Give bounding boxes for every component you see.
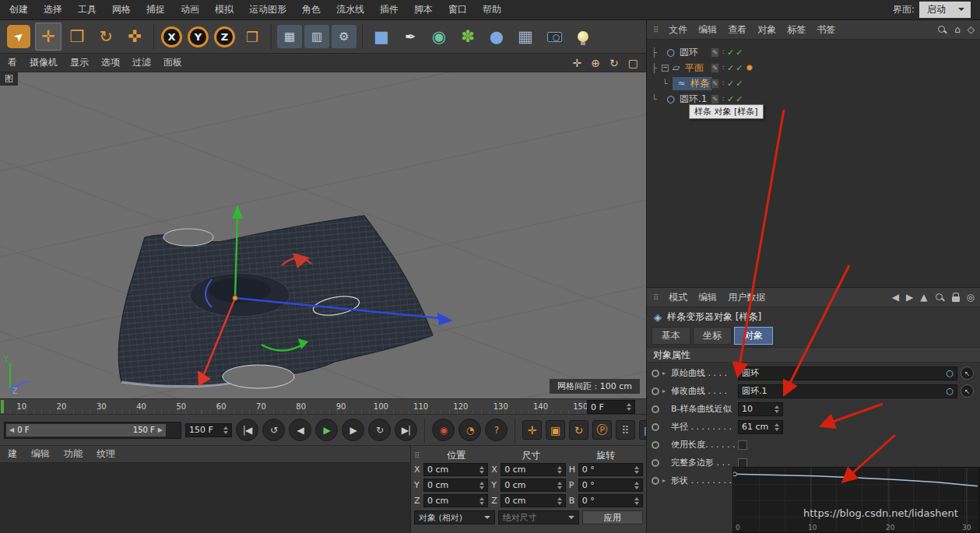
add-cube-icon[interactable]: ■ bbox=[368, 23, 395, 51]
material-tag-icon[interactable] bbox=[746, 65, 753, 71]
filter-scale-button[interactable]: ▣ bbox=[546, 420, 565, 440]
keyframe-circle-icon[interactable] bbox=[652, 370, 659, 377]
visibility-dots-icon[interactable]: ∶ bbox=[721, 79, 725, 87]
timeline-ruler[interactable]: 102030405060708090100110120130140150 0 F bbox=[0, 398, 646, 415]
layer-toggle-icon[interactable]: ✎ bbox=[711, 63, 719, 73]
layer-toggle-icon[interactable]: ✎ bbox=[711, 94, 719, 104]
rotation-b-field[interactable]: 0 ° bbox=[578, 494, 643, 507]
layer-toggle-icon[interactable]: ✎ bbox=[711, 47, 719, 58]
goto-end-button[interactable]: ▶| bbox=[395, 419, 417, 441]
enabled-check-icon[interactable]: ✓ bbox=[727, 79, 734, 89]
enabled-check-icon[interactable]: ✓ bbox=[727, 94, 734, 104]
menu-item[interactable]: 脚本 bbox=[414, 3, 433, 16]
current-frame-field[interactable]: 0 F bbox=[587, 400, 635, 414]
use-length-checkbox[interactable] bbox=[738, 440, 747, 450]
tab-basic[interactable]: 基本 bbox=[652, 327, 690, 345]
next-frame-button[interactable]: ▶ bbox=[342, 419, 364, 441]
keyframe-circle-icon[interactable] bbox=[652, 459, 659, 467]
menu-item[interactable]: 模拟 bbox=[215, 3, 234, 16]
x-axis-lock-button[interactable]: X bbox=[161, 26, 182, 47]
expander-icon[interactable]: ▸ bbox=[662, 477, 668, 484]
play-reverse-button[interactable]: ↺ bbox=[262, 419, 285, 441]
array-icon[interactable]: ▦ bbox=[512, 23, 539, 51]
coord-mode-dropdown[interactable]: 对象 (相对) bbox=[414, 510, 495, 524]
visibility-dots-icon[interactable]: ∶ bbox=[721, 95, 725, 103]
viewport-menu-item[interactable]: 显示 bbox=[70, 56, 89, 69]
attribute-menu-item[interactable]: 模式 bbox=[669, 291, 687, 304]
size-y-field[interactable]: 0 cm bbox=[501, 479, 565, 492]
object-manager-menu-item[interactable]: 书签 bbox=[817, 23, 835, 37]
object-manager-menu-item[interactable]: 对象 bbox=[757, 23, 776, 37]
keyframe-circle-icon[interactable] bbox=[652, 405, 659, 413]
filter-parameter-button[interactable]: Ⓟ bbox=[592, 420, 612, 440]
object-picker-icon[interactable]: ↖ bbox=[961, 366, 974, 380]
apply-button[interactable]: 应用 bbox=[582, 510, 643, 524]
scale-tool-icon[interactable]: ❒ bbox=[64, 23, 90, 51]
bookmark-icon[interactable]: ◇ bbox=[968, 24, 975, 35]
position-z-field[interactable]: 0 cm bbox=[423, 494, 488, 507]
rotation-h-field[interactable]: 0 ° bbox=[578, 463, 643, 476]
stepper-icon[interactable] bbox=[223, 424, 228, 437]
origin-curve-field[interactable]: 圆环○ bbox=[738, 366, 957, 380]
tab-object[interactable]: 对象 bbox=[734, 327, 773, 345]
mograph-icon[interactable]: ✽ bbox=[455, 23, 481, 51]
menu-item[interactable]: 网格 bbox=[112, 3, 131, 16]
enabled-check-icon[interactable]: ✓ bbox=[736, 79, 743, 89]
range-right-grip-icon[interactable]: ▶ bbox=[158, 426, 163, 433]
enabled-check-icon[interactable]: ✓ bbox=[736, 63, 743, 73]
menu-item[interactable]: 创建 bbox=[9, 3, 28, 16]
material-menu-item[interactable]: 功能 bbox=[64, 447, 83, 461]
render-settings-icon[interactable]: ⚙ bbox=[332, 25, 357, 48]
goto-start-button[interactable]: |◀ bbox=[236, 419, 258, 441]
section-object-properties[interactable]: 对象属性 bbox=[647, 347, 980, 363]
tree-row-spline[interactable]: └ ≈样条 ✎∶✓✓ bbox=[652, 75, 980, 91]
y-axis-lock-button[interactable]: Y bbox=[188, 26, 209, 47]
size-mode-dropdown[interactable]: 绝对尺寸 bbox=[498, 510, 579, 524]
menu-item[interactable]: 流水线 bbox=[336, 3, 364, 16]
collapse-icon[interactable]: − bbox=[662, 65, 669, 72]
home-icon[interactable]: ⌂ bbox=[954, 24, 961, 35]
material-list[interactable] bbox=[0, 463, 410, 532]
enabled-check-icon[interactable]: ✓ bbox=[736, 47, 743, 58]
full-polygon-checkbox[interactable] bbox=[738, 458, 747, 468]
object-label[interactable]: 平面 bbox=[685, 61, 704, 75]
lock-icon[interactable] bbox=[952, 293, 960, 303]
viewport-menu-item[interactable]: 看 bbox=[8, 56, 17, 69]
viewport[interactable]: 图 网格间距 : 100 cm Y Z bbox=[0, 72, 646, 398]
history-forward-icon[interactable]: ▶ bbox=[906, 292, 913, 303]
material-menu-item[interactable]: 建 bbox=[8, 447, 17, 461]
keyframe-circle-icon[interactable] bbox=[652, 387, 659, 395]
search-icon[interactable] bbox=[935, 293, 945, 303]
render-view-icon[interactable]: ▦ bbox=[277, 25, 302, 48]
radius-field[interactable]: 61 cm bbox=[738, 420, 783, 434]
prev-frame-button[interactable]: ◀ bbox=[289, 419, 311, 441]
duration-field[interactable]: 150 F bbox=[185, 423, 232, 437]
rotation-p-field[interactable]: 0 ° bbox=[578, 479, 643, 492]
menu-item[interactable]: 插件 bbox=[380, 3, 399, 16]
material-menu-item[interactable]: 编辑 bbox=[31, 447, 50, 461]
filter-rotation-button[interactable]: ↻ bbox=[569, 420, 588, 440]
z-axis-lock-button[interactable]: Z bbox=[214, 26, 235, 47]
frame-range-slider[interactable]: ◀ 0 F 150 F ▶ bbox=[4, 422, 181, 439]
keyframe-circle-icon[interactable] bbox=[652, 477, 659, 485]
tree-row-circle[interactable]: ├ ○圆环 ✎∶✓✓ bbox=[652, 44, 980, 60]
live-selection-tool-icon[interactable]: ➤ bbox=[7, 25, 30, 48]
modify-curve-field[interactable]: 圆环.1○ bbox=[738, 384, 957, 398]
light-icon[interactable] bbox=[570, 23, 596, 51]
menu-item[interactable]: 捕捉 bbox=[146, 3, 165, 16]
position-y-field[interactable]: 0 cm bbox=[423, 479, 488, 492]
last-used-tool-icon[interactable]: ✜ bbox=[121, 23, 148, 51]
filter-position-button[interactable]: ✛ bbox=[522, 420, 542, 440]
pen-tool-icon[interactable]: ✒ bbox=[397, 23, 423, 51]
record-keyframe-button[interactable]: ◉ bbox=[432, 419, 455, 441]
parent-object-icon[interactable]: ▲ bbox=[920, 292, 927, 303]
history-back-icon[interactable]: ◀ bbox=[892, 292, 899, 303]
pan-view-icon[interactable]: ✛ bbox=[573, 57, 582, 69]
move-tool-icon[interactable]: ✛ bbox=[35, 23, 61, 51]
shape-curve-graph[interactable]: 0 10 20 30 bbox=[732, 467, 980, 533]
object-manager-menu-item[interactable]: 文件 bbox=[669, 23, 687, 37]
loop-button[interactable]: ↻ bbox=[368, 419, 391, 441]
target-icon[interactable]: ◎ bbox=[967, 292, 975, 303]
menu-item[interactable]: 帮助 bbox=[483, 3, 501, 16]
subdivision-surface-icon[interactable]: ◉ bbox=[426, 23, 452, 51]
